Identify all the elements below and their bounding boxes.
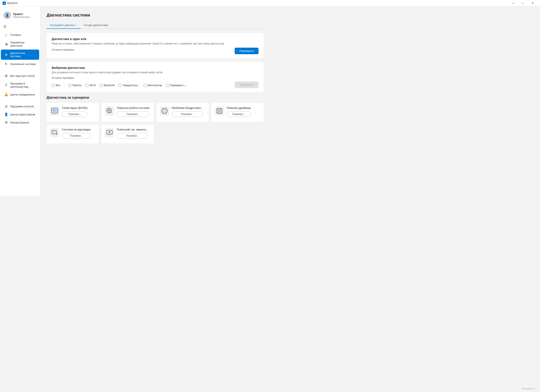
checkbox-memory-label: Пам'ять	[72, 84, 82, 87]
scenario-card-driver: Помилка драйвера Перевіри...	[211, 103, 264, 122]
device-icon: 🖥	[4, 42, 8, 46]
not-responding-check-button[interactable]: Перевіри...	[62, 133, 91, 139]
sidebar-item-my-devices[interactable]: ⊞ Мої пристрої ASUS	[1, 72, 39, 80]
sidebar-user: 👤 Привіт! Раді вітати вас!	[0, 9, 40, 23]
selective-title: Вибіркова діагностика	[52, 66, 259, 70]
svg-rect-29	[108, 135, 111, 135]
checkbox-fan[interactable]: Вентилятор	[144, 84, 162, 87]
checkbox-all-label: Все	[56, 84, 60, 87]
checkbox-memory[interactable]: Пам'ять	[68, 84, 82, 87]
one-click-card: Діагностика в один клік Якщо ви не певні…	[47, 33, 264, 58]
slow-check-button[interactable]: Перевіри...	[117, 111, 149, 117]
sidebar-item-settings[interactable]: ⚙ Налаштування	[1, 119, 39, 126]
user-center-icon: 👤	[4, 112, 8, 116]
svg-line-10	[111, 112, 112, 113]
sidebar-item-user-center-label: Центр користувачів	[10, 113, 35, 116]
checkbox-ssd-input[interactable]	[119, 84, 122, 87]
tab-history[interactable]: Історія діагностики	[80, 22, 111, 29]
scenario-card-slow-boot: Повільний час заванта... Перевіри...	[101, 125, 154, 144]
apps-icon: ⠿	[4, 83, 8, 87]
sidebar-item-home[interactable]: ⌂ Головна	[1, 31, 39, 39]
checkbox-bluetooth[interactable]: Bluetooth	[100, 84, 115, 87]
one-click-check-button[interactable]: Перевірити	[235, 48, 259, 54]
checkbox-bluetooth-label: Bluetooth	[104, 84, 115, 87]
user-subtitle: Раді вітати вас!	[13, 16, 30, 18]
bsod-check-button[interactable]: Перевіри...	[62, 111, 87, 117]
checkbox-all-input[interactable]	[52, 84, 55, 87]
driver-info: Помилка драйвера Перевіри...	[227, 106, 251, 117]
sidebar-item-updates[interactable]: ↻ Оновлення системи	[1, 60, 39, 68]
checkbox-wifi-label: Wi-Fi	[90, 84, 96, 87]
checkbox-check-s[interactable]: Перевірка с...	[166, 84, 187, 87]
app-title: MyASUS	[7, 2, 18, 5]
checkbox-wifi[interactable]: Wi-Fi	[85, 84, 96, 87]
checkbox-fan-input[interactable]	[144, 84, 146, 87]
hamburger-icon[interactable]: ☰	[0, 23, 40, 31]
driver-icon	[215, 106, 224, 116]
checkbox-wifi-input[interactable]	[85, 84, 89, 87]
scenario-title: Діагностика за сценарієм	[47, 96, 264, 100]
tabs: Інструмент діагност... Історія діагности…	[47, 22, 264, 29]
svg-rect-22	[220, 112, 221, 113]
sidebar-item-support[interactable]: ◎ Підтримка клієнтів	[1, 102, 39, 110]
one-click-last-check: Остання перевірка:	[52, 48, 75, 51]
scenario-card-wireless: Проблеми бездротовог... Перевіри...	[156, 103, 209, 122]
checkbox-bluetooth-input[interactable]	[100, 84, 103, 87]
svg-rect-4	[53, 114, 57, 114]
sidebar-item-diagnostics-label: Діагностика системи	[10, 51, 36, 58]
svg-rect-19	[217, 109, 218, 110]
avatar: 👤	[3, 11, 11, 19]
user-info: Привіт! Раді вітати вас!	[13, 12, 30, 18]
selective-desc: Для розуміння поточного стану вашого ком…	[52, 71, 259, 74]
slow-name: Повільна робота системи	[117, 106, 149, 110]
checkbox-ssd-label: Твердотільн...	[123, 84, 140, 87]
driver-check-button[interactable]: Перевіри...	[227, 111, 251, 117]
sidebar-nav: ⌂ Головна 🖥 Параметри пристрою ⊕ Діагнос…	[0, 31, 40, 196]
scenario-card-bsod: ;( Синій екран (BSOD) Перевіри...	[47, 103, 99, 122]
slow-boot-info: Повільний час заванта... Перевіри...	[117, 128, 148, 139]
selective-last-check: Остання перевірка:	[52, 76, 259, 79]
sidebar-item-diagnostics[interactable]: ⊕ Діагностика системи	[1, 50, 39, 60]
selective-check-button[interactable]: Перевірити	[235, 81, 259, 88]
selective-row: Все Пам'ять Wi-Fi Bluetooth	[52, 81, 259, 88]
sidebar-item-updates-label: Оновлення системи	[10, 62, 35, 66]
checkboxes-row: Все Пам'ять Wi-Fi Bluetooth	[52, 83, 187, 87]
wireless-check-button[interactable]: Перевіри...	[172, 111, 203, 117]
sidebar-item-device[interactable]: 🖥 Параметри пристрою	[1, 39, 39, 49]
checkbox-check-s-input[interactable]	[166, 84, 169, 87]
svg-point-7	[108, 110, 110, 111]
wireless-icon	[160, 106, 169, 116]
slow-boot-name: Повільний час заванта...	[117, 128, 148, 131]
sidebar-item-notifications[interactable]: 🔔 Центр повідомлень	[1, 91, 39, 98]
sidebar-item-settings-label: Налаштування	[10, 121, 29, 124]
scenario-grid: ;( Синій екран (BSOD) Перевіри...	[47, 103, 264, 144]
tab-tool[interactable]: Інструмент діагност...	[47, 22, 80, 29]
not-responding-info: Система не відповідає Перевіри...	[62, 128, 91, 139]
settings-icon: ⚙	[4, 121, 8, 124]
checkbox-ssd[interactable]: Твердотільн...	[119, 84, 140, 87]
bsod-info: Синій екран (BSOD) Перевіри...	[62, 106, 87, 117]
checkbox-fan-label: Вентилятор	[148, 84, 162, 87]
checkbox-memory-input[interactable]	[68, 84, 71, 87]
checkbox-check-s-label: Перевірка с...	[170, 84, 187, 87]
slow-boot-check-button[interactable]: Перевіри...	[117, 133, 148, 139]
one-click-desc: Якщо ви не певні, який компонент створює…	[52, 42, 259, 45]
slow-icon	[105, 106, 114, 116]
checkbox-all[interactable]: Все	[52, 84, 60, 87]
slow-boot-icon	[105, 128, 114, 137]
app-container: 👤 Привіт! Раді вітати вас! ☰ ⌂ Головна 🖥…	[0, 0, 270, 196]
svg-rect-20	[220, 109, 221, 110]
home-icon: ⌂	[4, 33, 8, 37]
svg-rect-3	[53, 113, 56, 114]
updates-icon: ↻	[4, 62, 8, 66]
main-content: Діагностика системи Інструмент діагност.…	[40, 6, 270, 196]
sidebar-item-user-center[interactable]: 👤 Центр користувачів	[1, 111, 39, 118]
slow-info: Повільна робота системи Перевіри...	[117, 106, 149, 117]
svg-text:;(: ;(	[53, 110, 55, 112]
svg-rect-28	[108, 134, 110, 135]
svg-point-18	[219, 111, 220, 111]
svg-rect-23	[52, 131, 56, 134]
bsod-icon: ;(	[50, 106, 59, 116]
sidebar-item-apps[interactable]: ⠿ Програми й пропозиції від...	[1, 80, 39, 90]
sidebar-item-device-label: Параметри пристрою	[10, 41, 36, 47]
